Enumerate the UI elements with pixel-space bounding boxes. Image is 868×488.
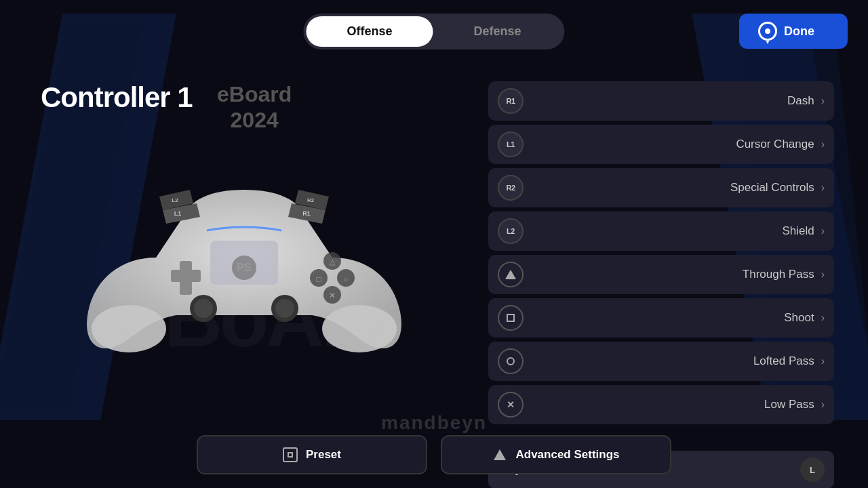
triangle-badge xyxy=(498,262,524,287)
square-chevron: › xyxy=(821,312,825,324)
x-label: Low Pass xyxy=(532,398,814,411)
control-row-x[interactable]: ✕ Low Pass › xyxy=(488,385,834,424)
triangle-icon-adv xyxy=(494,449,506,460)
l2-chevron: › xyxy=(821,225,825,237)
control-row-square[interactable]: Shoot › xyxy=(488,298,834,338)
x-chevron: › xyxy=(821,399,825,411)
x-badge: ✕ xyxy=(498,392,524,418)
preset-button[interactable]: Preset xyxy=(197,435,427,474)
square-icon xyxy=(507,314,515,322)
advanced-settings-label: Advanced Settings xyxy=(515,448,619,462)
svg-text:PS: PS xyxy=(237,262,252,273)
svg-text:○: ○ xyxy=(344,275,349,283)
control-row-circle[interactable]: Lofted Pass › xyxy=(488,342,834,381)
r1-label: Dash xyxy=(532,94,814,108)
tab-group: Offense Defense xyxy=(303,14,564,49)
control-row-r2[interactable]: R2 Special Controls › xyxy=(488,168,834,207)
right-panel: R1 Dash › L1 Cursor Change › R2 Special … xyxy=(488,81,834,488)
l1-label: Cursor Change xyxy=(532,138,814,151)
svg-text:R1: R1 xyxy=(302,210,311,217)
tab-offense[interactable]: Offense xyxy=(306,16,433,47)
control-row-l1[interactable]: L1 Cursor Change › xyxy=(488,125,834,164)
left-section: Controller 1 eBoard 2024 xyxy=(41,81,193,114)
triangle-chevron: › xyxy=(821,268,825,281)
svg-text:R2: R2 xyxy=(307,197,315,203)
circle-label: Lofted Pass xyxy=(532,354,814,368)
l1-chevron: › xyxy=(821,138,825,150)
eboard-subtitle: eBoard 2024 xyxy=(217,81,292,134)
circle-chevron: › xyxy=(821,355,825,367)
triangle-label: Through Pass xyxy=(532,268,814,281)
control-row-triangle[interactable]: Through Pass › xyxy=(488,255,834,294)
top-navigation: Offense Defense xyxy=(303,14,564,49)
control-row-r1[interactable]: R1 Dash › xyxy=(488,81,834,121)
l2-badge: L2 xyxy=(498,218,524,244)
svg-text:L2: L2 xyxy=(172,197,178,203)
preset-label: Preset xyxy=(306,448,341,462)
r2-badge: R2 xyxy=(498,175,524,201)
x-icon: ✕ xyxy=(507,399,515,410)
svg-text:□: □ xyxy=(316,274,321,284)
r2-chevron: › xyxy=(821,182,825,194)
triangle-icon xyxy=(505,270,516,279)
done-label: Done xyxy=(784,24,814,39)
controller-svg: L1 R1 L2 R2 PS △ □ ○ ✕ xyxy=(68,136,420,352)
svg-point-0 xyxy=(92,305,166,352)
r1-badge: R1 xyxy=(498,88,524,114)
controller-image: L1 R1 L2 R2 PS △ □ ○ ✕ xyxy=(68,136,420,352)
bottom-bar: Preset Advanced Settings xyxy=(197,435,671,474)
svg-point-14 xyxy=(275,299,294,318)
circle-icon xyxy=(507,357,515,365)
preset-icon xyxy=(283,447,298,462)
r2-label: Special Controls xyxy=(532,181,814,195)
preset-inner-icon xyxy=(288,452,293,458)
svg-text:△: △ xyxy=(330,258,336,266)
controller-title: Controller 1 xyxy=(41,81,193,113)
done-button[interactable]: Done xyxy=(739,14,848,49)
square-label: Shoot xyxy=(532,311,814,325)
svg-text:L1: L1 xyxy=(174,210,182,217)
l2-label: Shield xyxy=(532,224,814,238)
done-icon xyxy=(758,22,777,41)
circle-badge xyxy=(498,348,524,374)
svg-point-12 xyxy=(194,299,213,318)
svg-rect-10 xyxy=(171,270,201,282)
advanced-settings-button[interactable]: Advanced Settings xyxy=(441,435,671,474)
svg-text:✕: ✕ xyxy=(329,291,336,300)
l1-badge: L1 xyxy=(498,131,524,157)
svg-point-1 xyxy=(322,305,397,352)
tab-defense[interactable]: Defense xyxy=(433,16,562,47)
advanced-settings-icon xyxy=(492,447,507,462)
l-badge: L xyxy=(800,458,825,482)
control-row-l2[interactable]: L2 Shield › xyxy=(488,211,834,251)
mandbeyn-watermark: mandbeyn xyxy=(381,412,487,434)
square-badge xyxy=(498,305,524,331)
r1-chevron: › xyxy=(821,95,825,107)
